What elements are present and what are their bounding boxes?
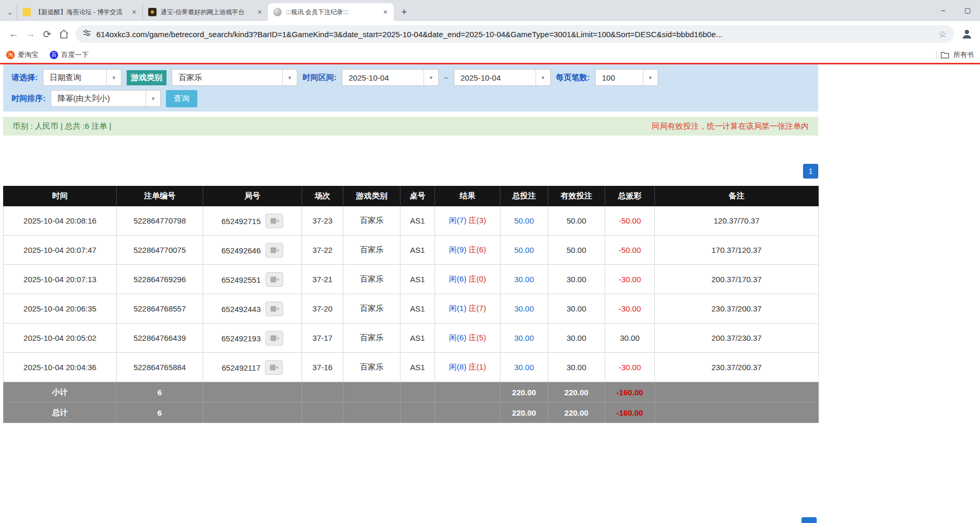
video-replay-button[interactable]: [265, 331, 283, 346]
game-kind-cell: 百家乐: [343, 265, 400, 294]
table-header: 时间 注单编号 局号 场次 游戏类别 桌号 结果 总投注 有效投注 总派彩 备注: [4, 186, 819, 206]
empty-cell: [400, 403, 435, 423]
search-button[interactable]: 查询: [166, 90, 197, 107]
url-text[interactable]: 614oxkc3.com/game/betrecord_search/kind3…: [96, 30, 934, 39]
profile-button[interactable]: [959, 26, 975, 42]
date-end-input[interactable]: 2025-10-04 ▾: [454, 69, 551, 86]
new-tab-button[interactable]: +: [397, 5, 411, 19]
session-cell: 37-16: [302, 353, 343, 382]
tab-forum[interactable]: 【新提醒】海燕论坛 - 博学交流 ×: [17, 3, 142, 21]
game-kind-cell: 百家乐: [343, 353, 400, 382]
round-cell: 652492646: [203, 236, 302, 265]
all-bookmarks-label[interactable]: 所有书: [953, 50, 974, 60]
table-footer: 小计 6 220.00 220.00 -160.00 总计 6: [4, 382, 819, 423]
note-cell: 230.37/200.37: [655, 294, 819, 324]
result-cell: 闲(1) 庄(7): [435, 294, 500, 324]
tab-search-chevron-icon[interactable]: ⌄: [3, 3, 17, 21]
session-cell: 37-22: [302, 236, 343, 265]
total-bet-cell[interactable]: 50.00: [500, 206, 548, 236]
session-cell: 37-17: [302, 324, 343, 353]
bookmark-baidu[interactable]: 百 百度一下: [50, 50, 88, 60]
page-1-button[interactable]: 1: [803, 164, 818, 179]
empty-cell: [655, 382, 819, 403]
col-total-bet: 总投注: [500, 186, 548, 206]
col-payout: 总派彩: [605, 186, 655, 206]
maximize-button[interactable]: ▢: [955, 0, 980, 20]
tab-close-icon[interactable]: ×: [130, 8, 138, 16]
round-cell: 652492715: [203, 206, 302, 236]
bottom-pagination-button-partial[interactable]: [801, 517, 817, 523]
taobao-icon: 淘: [6, 51, 15, 59]
game-kind-select[interactable]: 百家乐 ▾: [172, 69, 297, 86]
result-cell: 闲(9) 庄(6): [435, 236, 500, 265]
bookmark-taobao[interactable]: 淘 爱淘宝: [6, 50, 38, 60]
video-replay-button[interactable]: [265, 360, 283, 375]
bookmark-star-icon[interactable]: ☆: [939, 29, 946, 40]
tab-tongbao[interactable]: 通宝-信誉最好的网上游戏平台 ×: [142, 3, 268, 21]
session-cell: 37-20: [302, 294, 343, 324]
minimize-button[interactable]: –: [931, 0, 955, 20]
summary-notice-text: 同局有效投注，统一计算在该局第一张注单内: [652, 121, 809, 131]
col-time: 时间: [4, 186, 117, 206]
query-type-value: 日期查询: [43, 73, 106, 83]
tab-close-icon[interactable]: ×: [255, 8, 264, 16]
table-no-cell: AS1: [400, 294, 435, 324]
video-replay-button[interactable]: [265, 243, 283, 258]
result-player: 闲(1): [449, 304, 466, 313]
back-button[interactable]: ←: [5, 26, 22, 42]
site-info-icon[interactable]: [83, 29, 91, 39]
empty-cell: [435, 382, 500, 403]
session-cell: 37-21: [302, 265, 343, 294]
reload-button[interactable]: ⟳: [39, 26, 55, 42]
browser-chrome: ⌄ 【新提醒】海燕论坛 - 博学交流 × 通宝-信誉最好的网上游戏平台 × ::…: [0, 0, 980, 64]
total-bet-cell[interactable]: 30.00: [500, 353, 548, 382]
chevron-down-icon: ▾: [146, 91, 160, 106]
video-replay-button[interactable]: [265, 272, 283, 287]
result-cell: 闲(6) 庄(5): [435, 324, 500, 353]
round-number: 652492551: [221, 275, 261, 284]
per-page-select[interactable]: 100 ▾: [595, 69, 658, 86]
pagination: 1: [3, 164, 818, 179]
round-number: 652492117: [222, 363, 261, 372]
game-kind-cell: 百家乐: [343, 236, 400, 265]
round-number: 652492646: [221, 246, 261, 254]
total-bet-cell[interactable]: 30.00: [500, 265, 548, 294]
query-type-select[interactable]: 日期查询 ▾: [43, 69, 121, 86]
video-replay-button[interactable]: [265, 302, 283, 316]
bookmark-label: 爱淘宝: [18, 50, 38, 60]
result-player: 闲(9): [449, 245, 466, 254]
round-cell: 652492443: [203, 294, 302, 324]
chevron-down-icon: ▾: [282, 70, 297, 85]
empty-cell: [203, 403, 302, 423]
address-bar[interactable]: 614oxkc3.com/game/betrecord_search/kind3…: [75, 25, 954, 43]
sort-label: 时间排序:: [12, 94, 46, 104]
total-bet-cell[interactable]: 30.00: [500, 324, 548, 353]
home-button[interactable]: [55, 26, 72, 42]
bet-id-cell: 522864770798: [117, 206, 203, 236]
round-cell: 652492551: [203, 265, 302, 294]
table-row: 2025-10-04 20:07:47522864770075652492646…: [4, 236, 819, 265]
result-banker: 庄(0): [469, 274, 486, 283]
total-valid-bet: 220.00: [548, 403, 605, 423]
bookmarks-right: 所有书: [936, 50, 974, 60]
valid-bet-cell: 50.00: [548, 206, 605, 236]
forward-button[interactable]: →: [22, 26, 39, 42]
tab-bet-records-active[interactable]: :::视讯 会员下注纪录::: ×: [268, 3, 394, 21]
table-no-cell: AS1: [400, 324, 435, 353]
folder-icon: [941, 51, 949, 59]
date-start-input[interactable]: 2025-10-04 ▾: [342, 69, 439, 86]
table-no-cell: AS1: [400, 236, 435, 265]
browser-toolbar: ← → ⟳ 614oxkc3.com/game/betrecord_search…: [0, 21, 980, 47]
sort-select[interactable]: 降幂(由大到小) ▾: [51, 90, 161, 107]
total-bet-cell[interactable]: 50.00: [500, 236, 548, 265]
empty-cell: [343, 403, 400, 423]
video-replay-button[interactable]: [265, 214, 283, 228]
valid-bet-cell: 30.00: [548, 324, 605, 353]
game-kind-value: 百家乐: [172, 73, 282, 83]
tab-title: :::视讯 会员下注纪录:::: [286, 8, 377, 17]
tab-close-icon[interactable]: ×: [381, 8, 389, 16]
tab-favicon-dark-icon: [148, 8, 157, 16]
result-banker: 庄(7): [469, 304, 486, 313]
bet-id-cell: 522864770075: [117, 236, 203, 265]
total-bet-cell[interactable]: 30.00: [500, 294, 548, 324]
